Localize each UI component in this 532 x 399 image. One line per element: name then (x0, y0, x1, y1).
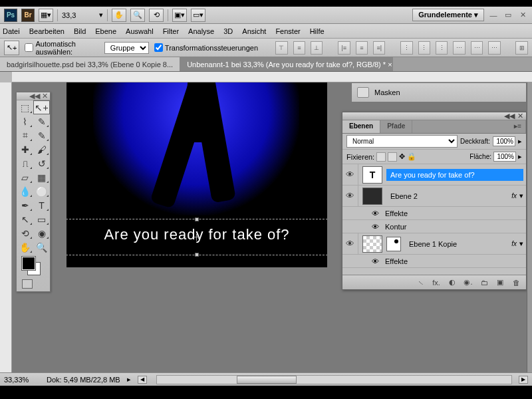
scroll-right-icon[interactable]: ▶ (519, 376, 528, 384)
dodge-tool-icon[interactable]: ⚪ (33, 184, 50, 198)
ps-logo-icon[interactable]: Ps (4, 9, 17, 22)
auto-select-target[interactable]: Gruppe (104, 42, 149, 54)
lasso-tool-icon[interactable]: ⌇ (17, 114, 33, 128)
visibility-eye-icon[interactable]: 👁 (369, 209, 381, 217)
menu-fenster[interactable]: Fenster (275, 27, 300, 35)
layer-name[interactable]: Ebene 1 Kopie (405, 238, 509, 250)
rotate-view-icon[interactable]: ⟲ (149, 9, 164, 22)
lock-all-icon[interactable]: 🔒 (407, 152, 416, 161)
color-swatches[interactable] (17, 254, 50, 277)
eraser-tool-icon[interactable]: ▱ (17, 170, 33, 184)
zoom-tool-icon[interactable]: 🔍 (33, 240, 50, 254)
blur-tool-icon[interactable]: 💧 (17, 184, 33, 198)
distribute-bottom-icon[interactable]: ⋮ (436, 41, 448, 55)
quick-select-tool-icon[interactable]: ✎ (33, 114, 50, 128)
menu-auswahl[interactable]: Auswahl (126, 27, 154, 35)
menu-bearbeiten[interactable]: Bearbeiten (29, 27, 65, 35)
crop-tool-icon[interactable]: ⌗ (17, 128, 33, 142)
fill-input[interactable] (493, 152, 516, 162)
align-vcenter-icon[interactable]: ≡ (293, 41, 305, 55)
new-layer-icon[interactable]: ▣ (494, 277, 506, 288)
auto-select-box[interactable] (25, 43, 33, 52)
align-hcenter-icon[interactable]: ≡ (356, 41, 368, 55)
blend-mode-select[interactable]: Normal (346, 135, 458, 148)
menu-datei[interactable]: Datei (3, 27, 20, 35)
layer-thumb[interactable] (362, 235, 382, 253)
panel-grip[interactable]: ◀◀✕ (342, 112, 526, 120)
status-doc-size[interactable]: Dok: 5,49 MB/22,8 MB (47, 376, 120, 384)
document-canvas[interactable]: Are you ready for take of? (66, 82, 327, 267)
screen-mode-icon[interactable]: ▭▾ (191, 9, 205, 22)
ruler-horizontal[interactable] (12, 72, 532, 82)
shape-tool-icon[interactable]: ▭ (33, 212, 50, 226)
mask-thumb[interactable] (386, 237, 401, 251)
doc-tab-2[interactable]: Unbenannt-1 bei 33,3% (Are you ready for… (180, 57, 393, 71)
opacity-input[interactable] (493, 136, 515, 146)
status-flyout-icon[interactable]: ▸ (127, 375, 131, 384)
eyedropper-tool-icon[interactable]: ✎ (33, 128, 50, 142)
workspace-dropdown[interactable]: Grundelemente ▾ (412, 9, 484, 21)
effects-row[interactable]: 👁Effekte (342, 255, 526, 268)
lock-transparent-icon[interactable] (376, 152, 386, 162)
fill-flyout-icon[interactable]: ▸ (518, 152, 522, 161)
distribute-right-icon[interactable]: ⋯ (488, 41, 500, 55)
menu-analyse[interactable]: Analyse (188, 27, 214, 35)
toolbox-grip[interactable]: ◀◀✕ (17, 92, 50, 100)
brush-tool-icon[interactable]: 🖌 (33, 142, 50, 156)
hand-tool-icon[interactable]: ✋ (112, 9, 126, 22)
close-icon[interactable]: ✕ (517, 11, 528, 20)
transform-center-icon[interactable] (194, 234, 200, 241)
panel-menu-icon[interactable]: ▸≡ (510, 120, 526, 133)
arrange-docs-icon[interactable]: ▣▾ (172, 9, 187, 22)
maximize-icon[interactable]: ▭ (503, 11, 513, 20)
transform-bounding-box[interactable] (66, 219, 327, 255)
visibility-eye-icon[interactable]: 👁 (342, 164, 358, 185)
layer-row[interactable]: 👁 T Are you ready for take of? (342, 164, 526, 186)
foreground-color-swatch[interactable] (22, 257, 35, 270)
layout-dropdown[interactable]: ▦▾ (39, 9, 53, 22)
type-tool-icon[interactable]: T (33, 198, 50, 212)
effects-row[interactable]: 👁Effekte (342, 207, 526, 220)
lock-position-icon[interactable]: ✥ (399, 152, 405, 161)
tab-pfade[interactable]: Pfade (380, 120, 412, 133)
auto-align-icon[interactable]: ⊞ (515, 41, 527, 55)
visibility-eye-icon[interactable]: 👁 (369, 223, 381, 231)
new-group-icon[interactable]: 🗀 (478, 277, 490, 288)
lock-pixels-icon[interactable] (388, 152, 397, 162)
align-right-icon[interactable]: ≡| (373, 41, 385, 55)
pen-tool-icon[interactable]: ✒ (17, 198, 33, 212)
layer-style-icon[interactable]: fx. (430, 277, 442, 288)
opacity-flyout-icon[interactable]: ▸ (518, 137, 522, 146)
tab-ebenen[interactable]: Ebenen (342, 120, 380, 133)
heal-tool-icon[interactable]: ✚ (17, 142, 33, 156)
menu-3d[interactable]: 3D (223, 27, 233, 35)
fx-badge[interactable]: fx (509, 192, 519, 200)
layer-name[interactable]: Are you ready for take of? (386, 169, 523, 181)
distribute-top-icon[interactable]: ⋮ (400, 41, 412, 55)
stamp-tool-icon[interactable]: ⎍ (17, 156, 33, 170)
menu-ansicht[interactable]: Ansicht (242, 27, 266, 35)
auto-select-checkbox[interactable]: Automatisch auswählen: (25, 40, 98, 56)
delete-layer-icon[interactable]: 🗑 (510, 277, 522, 288)
minimize-icon[interactable]: — (488, 11, 499, 20)
text-layer-thumb-icon[interactable]: T (362, 166, 382, 184)
gradient-tool-icon[interactable]: ▦ (33, 170, 50, 184)
zoom-tool-icon[interactable]: 🔍 (130, 9, 145, 22)
menu-filter[interactable]: Filter (163, 27, 179, 35)
layer-row[interactable]: 👁 Ebene 1 Kopie fx ▾ (342, 233, 526, 255)
fx-expand-icon[interactable]: ▾ (519, 239, 523, 248)
move-tool-icon[interactable]: ↖+ (33, 100, 50, 114)
layer-name[interactable]: Ebene 2 (386, 190, 509, 202)
3d-rotate-tool-icon[interactable]: ⟲ (17, 226, 33, 240)
status-zoom[interactable]: 33,33% (4, 376, 40, 384)
adjustment-layer-icon[interactable]: ◉. (462, 277, 474, 288)
visibility-eye-icon[interactable]: 👁 (369, 257, 381, 265)
doc-tab-1[interactable]: badgirlsilhouette.psd bei 33,3% (Ebene 0… (0, 57, 180, 71)
scrollbar-thumb[interactable] (237, 376, 297, 384)
layer-row[interactable]: 👁 Ebene 2 fx ▾ (342, 186, 526, 207)
align-top-icon[interactable]: ⊤ (275, 41, 287, 55)
quick-mask-toggle[interactable] (17, 277, 50, 291)
distribute-left-icon[interactable]: ⋯ (453, 41, 465, 55)
transform-controls-checkbox[interactable]: Transformationssteuerungen (154, 43, 258, 52)
transform-handle-n[interactable] (195, 217, 199, 221)
